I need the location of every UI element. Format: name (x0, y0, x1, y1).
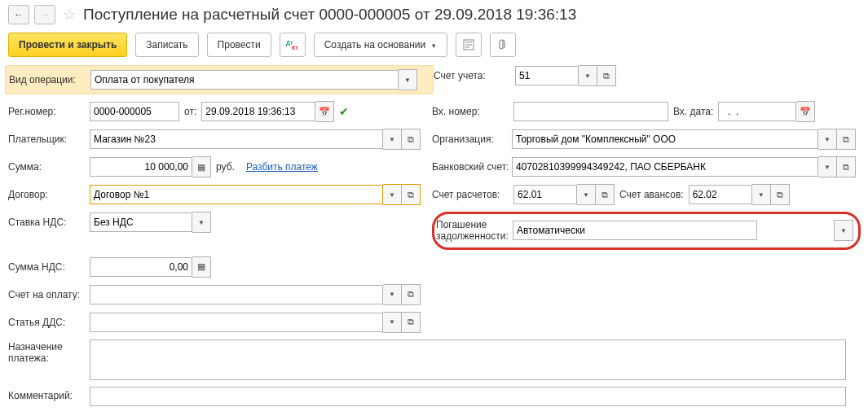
calc-account-label: Счет расчетов: (432, 186, 513, 204)
calc-account-input[interactable] (513, 185, 577, 204)
calc-account-open-button[interactable] (596, 184, 615, 205)
sum-input[interactable] (90, 157, 192, 177)
favorite-star-icon[interactable]: ☆ (60, 6, 78, 24)
bank-account-open-button[interactable] (837, 156, 856, 177)
page-title: Поступление на расчетный счет 0000-00000… (83, 6, 576, 24)
contract-dropdown[interactable] (383, 184, 402, 205)
split-payment-link[interactable]: Разбить платеж (246, 161, 318, 173)
account-input[interactable] (515, 66, 579, 85)
vat-rate-input[interactable] (90, 212, 192, 232)
advance-account-dropdown[interactable] (752, 184, 771, 205)
back-button[interactable]: ← (8, 5, 29, 24)
org-input[interactable] (512, 129, 818, 149)
vat-sum-label: Сумма НДС: (8, 258, 90, 276)
vat-rate-dropdown[interactable] (192, 212, 211, 233)
account-dropdown[interactable] (579, 65, 597, 86)
advance-account-input[interactable] (689, 185, 752, 204)
contract-open-button[interactable] (402, 184, 421, 205)
debt-repay-label: Погашение задолженности: (436, 216, 513, 246)
forward-button[interactable]: → (34, 5, 55, 24)
in-number-input[interactable] (513, 102, 668, 121)
sum-calc-button[interactable] (192, 156, 211, 177)
dds-input[interactable] (90, 313, 383, 332)
contract-input[interactable] (90, 185, 383, 204)
comment-input[interactable] (90, 387, 846, 406)
calc-account-dropdown[interactable] (577, 184, 596, 205)
create-based-on-button[interactable]: Создать на основании (314, 33, 447, 57)
dds-dropdown[interactable] (383, 312, 402, 333)
dds-open-button[interactable] (402, 312, 421, 333)
purpose-label: Назначение платежа: (8, 339, 90, 367)
vat-sum-input[interactable] (90, 257, 192, 277)
in-date-calendar-button[interactable] (796, 101, 815, 122)
dt-kt-button[interactable]: ДтКт (280, 33, 306, 57)
operation-type-dropdown[interactable] (399, 69, 417, 90)
bank-account-input[interactable] (512, 157, 818, 177)
purpose-textarea[interactable] (90, 339, 846, 380)
save-button[interactable]: Записать (135, 33, 198, 57)
in-number-label: Вх. номер: (432, 103, 513, 120)
reg-number-input[interactable] (90, 102, 179, 121)
payer-open-button[interactable] (402, 129, 421, 150)
sum-label: Сумма: (8, 158, 90, 176)
operation-type-label: Вид операции: (9, 71, 90, 89)
from-label: от: (179, 106, 201, 117)
date-calendar-button[interactable] (315, 101, 334, 122)
operation-type-select[interactable] (90, 70, 399, 90)
org-label: Организация: (432, 130, 512, 148)
invoice-input[interactable] (90, 285, 383, 304)
account-label: Счет учета: (434, 67, 515, 85)
bank-account-label: Банковский счет: (432, 158, 512, 176)
account-open-button[interactable] (597, 65, 616, 86)
post-button[interactable]: Провести (207, 33, 271, 57)
post-and-close-button[interactable]: Провести и закрыть (8, 33, 127, 57)
invoice-open-button[interactable] (402, 284, 421, 305)
create-based-label: Создать на основании (324, 39, 426, 50)
debt-repay-dropdown[interactable] (834, 220, 853, 241)
highlight-annotation: Погашение задолженности: (432, 212, 861, 250)
attachment-button[interactable] (490, 33, 516, 57)
debt-repay-input[interactable] (513, 221, 757, 240)
advance-account-open-button[interactable] (771, 184, 790, 205)
svg-text:Кт: Кт (292, 45, 298, 50)
dds-label: Статья ДДС: (8, 313, 90, 331)
org-open-button[interactable] (837, 129, 856, 150)
vat-sum-calc-button[interactable] (192, 256, 211, 278)
invoice-dropdown[interactable] (383, 284, 402, 305)
bank-account-dropdown[interactable] (818, 156, 837, 177)
org-dropdown[interactable] (818, 129, 837, 150)
rub-label: руб. (211, 161, 240, 173)
in-date-input[interactable] (718, 102, 796, 121)
payer-label: Плательщик: (8, 130, 90, 148)
advance-account-label: Счет авансов: (615, 189, 689, 200)
contract-label: Договор: (8, 186, 90, 204)
report-button[interactable] (456, 33, 482, 57)
reg-number-label: Рег.номер: (8, 103, 90, 120)
vat-rate-label: Ставка НДС: (8, 213, 90, 231)
invoice-label: Счет на оплату: (8, 286, 90, 304)
chevron-down-icon (430, 39, 437, 50)
date-input[interactable] (201, 102, 315, 121)
payer-dropdown[interactable] (383, 129, 402, 150)
in-date-label: Вх. дата: (668, 106, 718, 117)
comment-label: Комментарий: (8, 387, 90, 405)
posted-check-icon: ✔ (339, 105, 349, 118)
payer-input[interactable] (90, 129, 383, 149)
